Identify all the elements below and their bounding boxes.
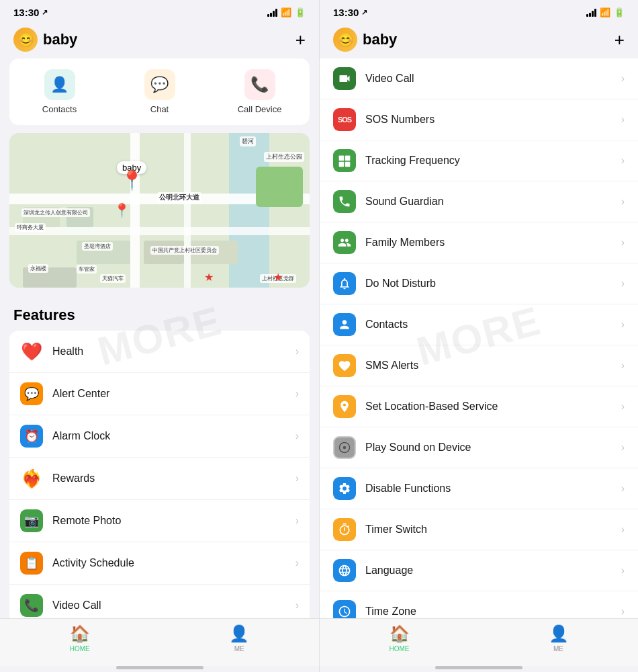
activity-schedule-icon: 📋 bbox=[20, 552, 43, 575]
left-phone-screen: MORE 13:30 ↗ 📶 🔋 😊 baby + bbox=[0, 0, 319, 672]
avatar-right: 😊 bbox=[333, 28, 357, 52]
alert-center-chevron: › bbox=[295, 388, 299, 400]
rmi-play-sound-label: Play Sound on Device bbox=[365, 442, 621, 454]
svg-point-4 bbox=[343, 446, 347, 450]
rmi-sound-guardian[interactable]: Sound Guardian › bbox=[320, 181, 638, 222]
rewards-icon: ❤️‍🔥 bbox=[20, 467, 43, 490]
home-icon-right: 🏠 bbox=[390, 624, 410, 643]
menu-item-activity-schedule[interactable]: 📋 Activity Schedule › bbox=[9, 542, 310, 584]
add-button-left[interactable]: + bbox=[295, 30, 306, 50]
rmi-timezone-label: Time Zone bbox=[365, 605, 621, 618]
map-label-river: 碧河 bbox=[240, 136, 256, 146]
rmi-tracking-frequency[interactable]: Tracking Frequency › bbox=[320, 140, 638, 181]
status-time-right: 13:30 ↗ bbox=[333, 7, 367, 18]
home-label-right: HOME bbox=[390, 645, 410, 653]
menu-item-alert-center[interactable]: 💬 Alert Center › bbox=[9, 372, 310, 415]
call-device-quick-action[interactable]: 📞 Call Device bbox=[210, 69, 310, 114]
rewards-chevron: › bbox=[295, 472, 299, 485]
rewards-label: Rewards bbox=[52, 472, 295, 485]
location-arrow-left: ↗ bbox=[42, 8, 48, 17]
contacts-quick-action[interactable]: 👤 Contacts bbox=[9, 69, 109, 114]
rmi-play-sound-chevron: › bbox=[621, 442, 625, 454]
rmi-sms-icon bbox=[333, 354, 356, 377]
tab-home-left[interactable]: 🏠 HOME bbox=[0, 624, 160, 653]
rmi-disable-icon bbox=[333, 477, 356, 500]
call-device-qa-label: Call Device bbox=[238, 104, 282, 114]
rmi-family-members[interactable]: Family Members › bbox=[320, 222, 638, 263]
map-road-2 bbox=[9, 227, 310, 235]
rmi-family-chevron: › bbox=[621, 237, 625, 249]
map-label-park: 上村生态公园 bbox=[264, 152, 304, 162]
status-bar-left: 13:30 ↗ 📶 🔋 bbox=[0, 0, 319, 22]
map-label-3: 圣堤湾酒店 bbox=[82, 242, 113, 251]
menu-item-alarm-clock[interactable]: ⏰ Alarm Clock › bbox=[9, 415, 310, 457]
header-left-left: 😊 baby bbox=[13, 28, 77, 52]
map-container[interactable]: 深圳龙之传人创意有限公司 环商务大厦 圣堤湾酒店 中国共产党上村社区委员会 永福… bbox=[9, 133, 310, 288]
status-bar-right: 13:30 ↗ 📶 🔋 bbox=[320, 0, 638, 22]
rmi-sms-alerts[interactable]: SMS Alerts › bbox=[320, 345, 638, 386]
battery-icon-left: 🔋 bbox=[295, 7, 306, 17]
map-label-5: 永福楼 bbox=[28, 264, 48, 273]
rmi-set-location[interactable]: Set Location-Based Service › bbox=[320, 386, 638, 427]
rmi-tracking-label: Tracking Frequency bbox=[365, 155, 621, 167]
map-park bbox=[256, 167, 303, 207]
rmi-contacts-icon bbox=[333, 313, 356, 336]
tab-home-right[interactable]: 🏠 HOME bbox=[320, 624, 479, 653]
menu-item-rewards[interactable]: ❤️‍🔥 Rewards › bbox=[9, 457, 310, 499]
rmi-video-call-chevron: › bbox=[621, 73, 625, 85]
home-icon-left: 🏠 bbox=[70, 624, 90, 643]
header-name-right: baby bbox=[363, 31, 397, 48]
tab-me-left[interactable]: 👤 ME bbox=[160, 624, 320, 653]
menu-item-remote-photo[interactable]: 📷 Remote Photo › bbox=[9, 499, 310, 542]
alarm-clock-chevron: › bbox=[295, 430, 299, 442]
header-name-left: baby bbox=[43, 31, 77, 48]
rmi-dnd-chevron: › bbox=[621, 278, 625, 290]
rmi-language[interactable]: Language › bbox=[320, 550, 638, 591]
tab-me-right[interactable]: 👤 ME bbox=[479, 624, 638, 653]
rmi-sos-chevron: › bbox=[621, 114, 625, 126]
rmi-disable-functions[interactable]: Disable Functions › bbox=[320, 468, 638, 509]
rmi-time-zone[interactable]: Time Zone › bbox=[320, 591, 638, 618]
rmi-location-icon bbox=[333, 395, 356, 418]
left-screen-content: 👤 Contacts 💬 Chat 📞 Call Device bbox=[0, 58, 319, 618]
right-menu-list: Video Call › SOS SOS Numbers › Tracking … bbox=[320, 58, 638, 618]
avatar-left: 😊 bbox=[13, 28, 38, 52]
quick-actions: 👤 Contacts 💬 Chat 📞 Call Device bbox=[9, 58, 310, 125]
svg-rect-3 bbox=[345, 162, 351, 167]
call-device-qa-icon: 📞 bbox=[244, 69, 275, 100]
video-call-left-icon: 📞 bbox=[20, 594, 43, 617]
rmi-family-label: Family Members bbox=[365, 237, 621, 249]
rmi-timer-switch[interactable]: Timer Switch › bbox=[320, 509, 638, 550]
remote-photo-icon: 📷 bbox=[20, 509, 43, 532]
video-call-left-chevron: › bbox=[295, 599, 299, 612]
chat-quick-action[interactable]: 💬 Chat bbox=[109, 69, 210, 114]
rmi-disable-label: Disable Functions bbox=[365, 482, 621, 495]
app-header-left: 😊 baby + bbox=[0, 22, 319, 58]
map-pin-blue: 📍 bbox=[124, 170, 140, 190]
rmi-tracking-icon bbox=[333, 149, 356, 172]
rmi-language-label: Language bbox=[365, 564, 621, 577]
map-label-2: 环商务大厦 bbox=[15, 223, 46, 232]
add-button-right[interactable]: + bbox=[614, 30, 625, 50]
rmi-do-not-disturb[interactable]: Do Not Disturb › bbox=[320, 263, 638, 304]
rmi-contacts[interactable]: Contacts › bbox=[320, 304, 638, 345]
map-label-1: 深圳龙之传人创意有限公司 bbox=[21, 208, 90, 217]
map-road-v1 bbox=[130, 133, 140, 288]
wifi-icon-left: 📶 bbox=[281, 7, 291, 17]
rmi-video-call[interactable]: Video Call › bbox=[320, 58, 638, 99]
rmi-location-label: Set Location-Based Service bbox=[365, 401, 621, 413]
tab-bar-right: 🏠 HOME 👤 ME bbox=[320, 618, 638, 666]
map-label-car: 车管家 bbox=[77, 265, 97, 274]
rmi-tracking-chevron: › bbox=[621, 155, 625, 167]
location-arrow-right: ↗ bbox=[361, 8, 367, 17]
menu-item-video-call-left[interactable]: 📞 Video Call › bbox=[9, 584, 310, 618]
rmi-language-chevron: › bbox=[621, 564, 625, 577]
menu-item-health[interactable]: ❤️ Health › bbox=[9, 331, 310, 372]
activity-schedule-label: Activity Schedule bbox=[52, 557, 295, 569]
rmi-sound-guardian-chevron: › bbox=[621, 196, 625, 208]
rmi-play-sound[interactable]: Play Sound on Device › bbox=[320, 427, 638, 468]
chat-qa-icon: 💬 bbox=[144, 69, 175, 100]
rmi-sms-chevron: › bbox=[621, 360, 625, 372]
map-label-tmall: 天猫汽车 bbox=[100, 274, 126, 283]
rmi-sos[interactable]: SOS SOS Numbers › bbox=[320, 99, 638, 140]
